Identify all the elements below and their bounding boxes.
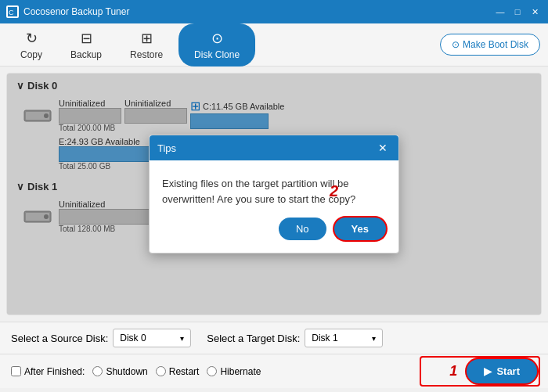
disk-clone-btn[interactable]: ⊙ Disk Clone (178, 23, 255, 67)
close-btn[interactable]: ✕ (528, 5, 542, 19)
minimize-btn[interactable]: — (493, 5, 507, 19)
restart-radio-group[interactable]: Restart (156, 366, 200, 377)
backup-icon: ⊟ (81, 30, 92, 47)
number-2-badge: 2 (330, 182, 338, 200)
source-disk-group: Select a Source Disk: Disk 0 ▾ (11, 329, 191, 347)
target-chevron-icon: ▾ (372, 334, 376, 343)
target-disk-label: Select a Target Disk: (207, 333, 300, 344)
after-finished-group: After Finished: Shutdown Restart Hiberna… (11, 366, 261, 377)
yes-button[interactable]: Yes (334, 218, 386, 240)
modal-overlay: Tips ✕ Existing files on the target part… (7, 74, 541, 315)
no-button[interactable]: No (279, 218, 326, 240)
dialog-title: Tips (157, 142, 176, 154)
after-finished-checkbox[interactable]: After Finished: (11, 366, 85, 377)
target-disk-value: Disk 1 (312, 333, 337, 343)
after-finished-label: After Finished: (24, 366, 85, 377)
dialog-close-btn[interactable]: ✕ (375, 140, 391, 156)
source-disk-select[interactable]: Disk 0 ▾ (113, 329, 191, 347)
dialog-body: Existing files on the target partition w… (150, 160, 398, 218)
shutdown-label: Shutdown (106, 366, 147, 377)
tips-dialog: Tips ✕ Existing files on the target part… (149, 135, 399, 254)
restore-icon: ⊞ (141, 30, 153, 47)
copy-btn[interactable]: ↻ Copy (8, 25, 55, 65)
after-finished-check[interactable] (11, 366, 21, 376)
disk-clone-label: Disk Clone (194, 49, 240, 60)
footer: After Finished: Shutdown Restart Hiberna… (0, 354, 548, 388)
main-content: ∨ Disk 0 Uninitialized Total 200.00 MB U… (6, 73, 542, 315)
number-1-badge: 1 (449, 363, 457, 379)
restore-label: Restore (130, 49, 163, 60)
disk-clone-icon: ⊙ (211, 30, 223, 47)
window-controls: — □ ✕ (493, 5, 542, 19)
disk-selector-section: Select a Source Disk: Disk 0 ▾ Select a … (0, 322, 548, 354)
make-boot-btn[interactable]: ⊙ Make Boot Disk (440, 34, 540, 56)
source-disk-label: Select a Source Disk: (11, 333, 108, 344)
make-boot-label: Make Boot Disk (463, 39, 528, 50)
svg-text:C: C (9, 9, 14, 16)
toolbar: ↻ Copy ⊟ Backup ⊞ Restore ⊙ Disk Clone ⊙… (0, 23, 548, 67)
start-area: 1 ▶ Start (449, 359, 537, 383)
start-button[interactable]: ▶ Start (467, 359, 537, 383)
shutdown-radio-group[interactable]: Shutdown (92, 366, 147, 377)
play-icon: ▶ (484, 365, 492, 377)
target-disk-group: Select a Target Disk: Disk 1 ▾ (207, 329, 383, 347)
hibernate-radio[interactable] (207, 366, 217, 376)
start-label: Start (496, 365, 520, 377)
restart-label: Restart (169, 366, 200, 377)
titlebar-left: C Cocosenor Backup Tuner (6, 5, 129, 18)
restore-btn[interactable]: ⊞ Restore (117, 25, 175, 65)
dialog-message: Existing files on the target partition w… (162, 178, 355, 205)
make-boot-icon: ⊙ (452, 39, 460, 50)
backup-btn[interactable]: ⊟ Backup (58, 25, 114, 65)
shutdown-radio[interactable] (92, 366, 103, 376)
app-logo: C (6, 5, 19, 18)
start-wrapper: ▶ Start (467, 359, 537, 383)
titlebar: C Cocosenor Backup Tuner — □ ✕ (0, 0, 548, 23)
copy-icon: ↻ (26, 30, 38, 47)
dialog-header: Tips ✕ (150, 135, 398, 160)
target-disk-select[interactable]: Disk 1 ▾ (305, 329, 383, 347)
dialog-footer: 2 No Yes (150, 218, 398, 253)
app-title: Cocosenor Backup Tuner (23, 6, 129, 17)
source-chevron-icon: ▾ (180, 334, 184, 343)
copy-label: Copy (20, 49, 42, 60)
hibernate-radio-group[interactable]: Hibernate (207, 366, 261, 377)
backup-label: Backup (70, 49, 102, 60)
source-disk-value: Disk 0 (120, 333, 146, 343)
maximize-btn[interactable]: □ (510, 5, 525, 19)
hibernate-label: Hibernate (220, 366, 261, 377)
restart-radio[interactable] (156, 366, 166, 376)
